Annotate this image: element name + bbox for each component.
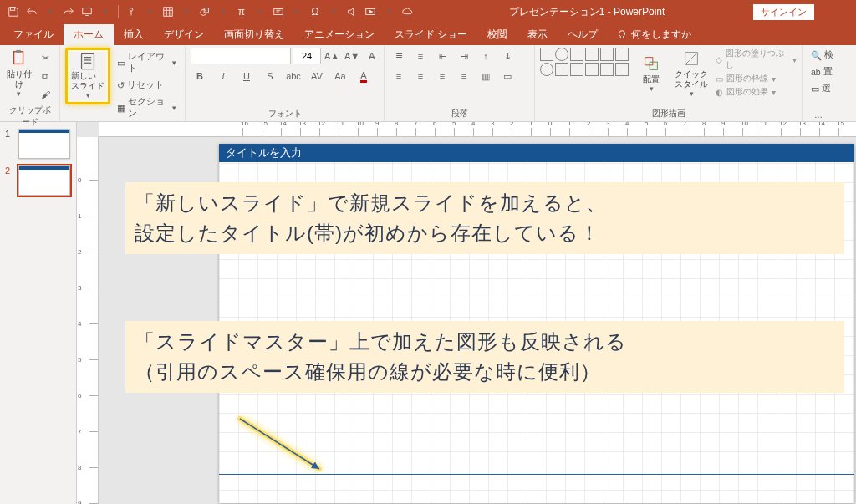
font-family-input[interactable] [191, 48, 291, 64]
layout-button[interactable]: ▭ レイアウト ▾ [114, 49, 180, 76]
shape-effects-button[interactable]: ◐ 図形の効果 ▾ [716, 86, 797, 98]
section-button[interactable]: ▦ セクション ▾ [114, 94, 180, 121]
tab-help[interactable]: ヘルプ [558, 24, 608, 45]
indent-inc-icon[interactable]: ⇥ [455, 48, 473, 64]
group-label-font: フォント [191, 106, 379, 120]
font-color-icon[interactable]: A [354, 68, 373, 84]
numbering-icon[interactable]: ≡ [411, 48, 430, 64]
shape-icon[interactable] [196, 3, 213, 20]
svg-rect-8 [13, 51, 23, 64]
workspace: 1 2 161514131211109876543210123456789101… [0, 122, 856, 504]
save-icon[interactable] [5, 3, 22, 20]
tab-review[interactable]: 校閲 [477, 24, 517, 45]
tab-animations[interactable]: アニメーション [294, 24, 385, 45]
justify-icon[interactable]: ≡ [455, 68, 473, 84]
align-center-icon[interactable]: ≡ [411, 68, 430, 84]
quick-style-icon [682, 49, 701, 68]
strike-icon[interactable]: S [261, 68, 279, 84]
text-direction-icon[interactable]: ↧ [498, 48, 517, 64]
group-drawing: 配置▾ クイック スタイル▾ ◇ 図形の塗りつぶし ▾ ▭ 図形の枠線 ▾ ◐ … [535, 45, 802, 121]
tab-transitions[interactable]: 画面切り替え [214, 24, 294, 45]
title-band[interactable]: タイトルを入力 [219, 144, 854, 162]
slide-edit-area[interactable]: 1615141312111098765432101234567891011121… [77, 122, 856, 504]
replace-button[interactable]: ab 置 [808, 64, 836, 79]
table-icon[interactable] [160, 3, 176, 20]
underline-icon[interactable]: U [237, 68, 256, 84]
speaker-icon[interactable] [344, 3, 360, 20]
group-clipboard: 貼り付け ▾ ✂ ⧉ 🖌 クリップボード [0, 45, 60, 121]
find-button[interactable]: 🔍 検 [808, 48, 837, 63]
qat-more-icon[interactable]: ▾ [97, 3, 114, 20]
indent-dec-icon[interactable]: ⇤ [433, 48, 451, 64]
tab-slideshow[interactable]: スライド ショー [385, 24, 477, 45]
reset-button[interactable]: ↺ リセット [114, 78, 180, 93]
shape-gallery[interactable] [540, 48, 629, 76]
change-case-icon[interactable]: Aa [331, 68, 349, 84]
tab-design[interactable]: デザイン [154, 24, 214, 45]
svg-rect-3 [164, 8, 173, 17]
cut-icon[interactable]: ✂ [36, 49, 54, 66]
horizontal-ruler: 1615141312111098765432101234567891011121… [99, 122, 856, 137]
align-right-icon[interactable]: ≡ [433, 68, 451, 84]
touch-mode-icon[interactable] [123, 3, 140, 20]
quick-styles-button[interactable]: クイック スタイル▾ [674, 48, 709, 99]
smartart-icon[interactable]: ▭ [498, 68, 517, 84]
spacing-icon[interactable]: AV [308, 68, 326, 84]
vertical-ruler: 0123456789 [77, 137, 99, 504]
group-label-clipboard: クリップボード [5, 103, 54, 128]
group-font: A▲ A▼ A̶ B I U S abc AV Aa A フォント [186, 45, 385, 121]
textbox-icon[interactable] [270, 3, 287, 20]
signin-button[interactable]: サインイン [753, 4, 814, 20]
font-size-input[interactable] [293, 48, 321, 64]
start-show-icon[interactable] [79, 3, 95, 20]
clear-format-icon[interactable]: A̶ [363, 48, 381, 64]
shape-fill-button[interactable]: ◇ 図形の塗りつぶし ▾ [716, 48, 797, 71]
tab-view[interactable]: 表示 [517, 24, 558, 45]
window-title: プレゼンテーション1 - PowerPoint [420, 5, 753, 19]
format-painter-icon[interactable]: 🖌 [36, 86, 54, 103]
shape-outline-button[interactable]: ▭ 図形の枠線 ▾ [716, 73, 797, 84]
svg-rect-15 [650, 62, 657, 69]
select-button[interactable]: ▭ 選 [808, 81, 834, 96]
thumbnail-2[interactable]: 2 [0, 164, 76, 201]
bold-icon[interactable]: B [191, 68, 209, 84]
tab-insert[interactable]: 挿入 [114, 24, 154, 45]
arrange-button[interactable]: 配置▾ [635, 48, 667, 99]
new-slide-button[interactable]: 新しい スライド ▾ [69, 52, 106, 100]
slide-thumbnails[interactable]: 1 2 [0, 122, 77, 504]
increase-font-icon[interactable]: A▲ [323, 48, 341, 64]
shape-format-menu: ◇ 図形の塗りつぶし ▾ ▭ 図形の枠線 ▾ ◐ 図形の効果 ▾ [716, 48, 797, 98]
reference-line [219, 474, 854, 475]
media-icon[interactable] [362, 3, 379, 20]
title-bar: ▾ ▾ ▾ ▾ ▾ π ▾ ▾ Ω ▾ ▾ プレゼンテーション1 - Power… [0, 0, 856, 23]
tab-file[interactable]: ファイル [3, 24, 64, 45]
cloud-icon[interactable] [399, 3, 415, 20]
ribbon: 貼り付け ▾ ✂ ⧉ 🖌 クリップボード 新しい スライド ▾ ▭ レイアウト … [0, 45, 856, 122]
tell-me-search[interactable]: 何をしますか [608, 24, 700, 45]
svg-rect-0 [11, 8, 15, 11]
decrease-font-icon[interactable]: A▼ [343, 48, 361, 64]
shadow-icon[interactable]: abc [284, 68, 303, 84]
group-slides: 新しい スライド ▾ ▭ レイアウト ▾ ↺ リセット ▦ セクション ▾ スラ… [60, 45, 186, 121]
paste-icon [10, 49, 28, 68]
tab-home[interactable]: ホーム [64, 24, 114, 45]
paste-button[interactable]: 貼り付け ▾ [5, 48, 33, 99]
quick-access-toolbar: ▾ ▾ ▾ ▾ ▾ π ▾ ▾ Ω ▾ ▾ [0, 3, 420, 20]
annotation-callout-2: 「スライドマスター」上で加えた図形も反映される （引用のスペース確保用の線が必要… [125, 321, 844, 393]
italic-icon[interactable]: I [214, 68, 232, 84]
redo-icon[interactable] [60, 3, 77, 20]
pi-icon[interactable]: π [233, 3, 250, 20]
svg-rect-9 [16, 50, 20, 53]
diagonal-arrow-icon [236, 415, 328, 473]
svg-line-18 [240, 419, 319, 469]
undo-icon[interactable] [23, 3, 40, 20]
svg-rect-1 [83, 8, 92, 14]
undo-dropdown-icon[interactable]: ▾ [42, 3, 59, 20]
new-slide-icon [79, 52, 96, 71]
omega-icon[interactable]: Ω [307, 3, 324, 20]
columns-icon[interactable]: ▥ [476, 68, 495, 84]
align-left-icon[interactable]: ≡ [390, 68, 408, 84]
copy-icon[interactable]: ⧉ [36, 68, 54, 84]
line-spacing-icon[interactable]: ↕ [476, 48, 495, 64]
bullets-icon[interactable]: ≣ [390, 48, 408, 64]
